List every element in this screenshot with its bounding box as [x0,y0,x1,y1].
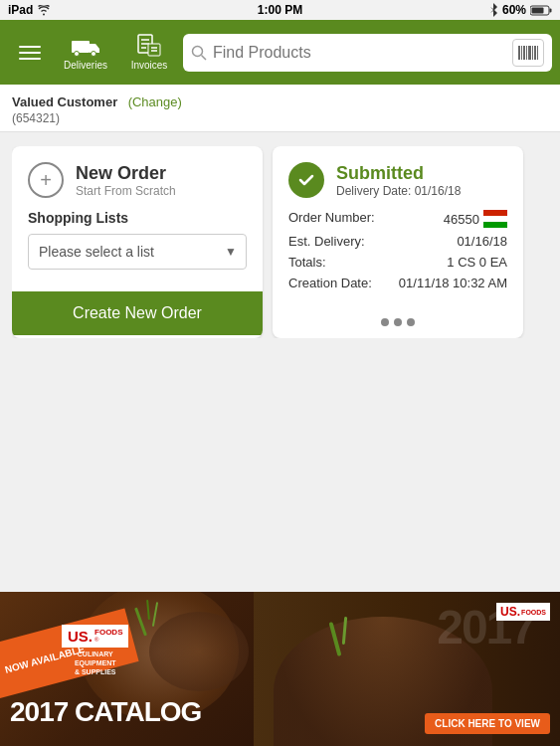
new-order-header: + New Order Start From Scratch [12,146,263,210]
menu-button[interactable] [8,31,52,75]
shopping-lists-label: Shopping Lists [28,210,247,226]
usfoods-text-col: FOODS ® [94,629,122,643]
status-right: 60% [488,3,552,17]
cards-row: + New Order Start From Scratch Shopping … [12,146,548,338]
shopping-list-select[interactable]: Please select a list [28,234,247,270]
wifi-icon [37,5,51,16]
battery-label: 60% [502,3,526,17]
invoices-icon [135,34,163,58]
est-delivery-value: 01/16/18 [398,234,507,249]
svg-rect-16 [521,46,522,60]
usfoods-logo-right: US. FOODS [496,602,550,621]
invoices-button[interactable]: Invoices [119,25,179,81]
deliveries-label: Deliveries [64,60,107,71]
svg-rect-26 [483,210,507,216]
barcode-button[interactable] [512,39,544,67]
svg-rect-1 [550,8,552,12]
dot-2 [394,318,402,326]
device-label: iPad [8,3,33,17]
order-number-label: Order Number: [288,210,398,225]
customer-name: Valued Customer [12,94,117,109]
customer-info-row: Valued Customer (Change) [12,93,548,110]
usfoods-box: US. FOODS ® [62,625,128,648]
catalog-banner[interactable]: NOW AVAILABLE US. FOODS ® CULINARYEQUIPM… [0,592,560,746]
invoices-label: Invoices [131,60,168,71]
submitted-check-icon [288,162,324,198]
svg-rect-28 [483,222,507,228]
dot-1 [381,318,389,326]
usfoods-us-right: US. [500,605,520,619]
create-order-button[interactable]: Create New Order [12,291,263,335]
shopping-lists-section: Shopping Lists Please select a list ▼ [12,210,263,283]
usfoods-foods-text: FOODS [94,629,122,637]
status-bar: iPad 1:00 PM 60% [0,0,560,20]
main-content: + New Order Start From Scratch Shopping … [0,132,560,585]
est-delivery-label: Est. Delivery: [288,234,398,249]
svg-rect-27 [483,216,507,222]
battery-icon [530,5,552,16]
svg-rect-17 [523,46,525,60]
food-texture-2 [149,612,249,691]
checkmark-icon [296,170,316,190]
order-number-value: 46550 [444,212,479,227]
status-left: iPad [8,3,51,17]
usfoods-foods-right: FOODS [521,609,546,616]
carousel-dots [273,310,523,338]
new-order-plus-button[interactable]: + [28,162,64,198]
click-here-button[interactable]: CLICK HERE to view [425,713,550,734]
hamburger-icon [19,58,41,60]
totals-label: Totals: [288,255,398,270]
search-icon [191,45,207,61]
svg-point-4 [75,52,80,57]
hamburger-icon [19,46,41,48]
customer-bar: Valued Customer (Change) (654321) [0,85,560,132]
svg-rect-22 [537,46,538,60]
creation-date-label: Creation Date: [288,276,398,290]
svg-line-14 [202,55,207,60]
usfoods-logo-left: US. FOODS ® CULINARYEQUIPMENT& SUPPLIES [62,625,128,676]
svg-rect-10 [148,44,160,56]
svg-point-13 [193,46,203,56]
order-number-row: Order Number: 46550 [288,210,507,228]
catalog-title: 2017 CATALOG [10,696,201,728]
change-button[interactable]: (Change) [128,94,182,109]
creation-date-value: 01/11/18 10:32 AM [398,276,507,290]
search-bar [183,34,552,72]
culinary-text: CULINARYEQUIPMENT& SUPPLIES [62,650,128,676]
flag-icon [483,210,507,228]
svg-rect-21 [534,46,536,60]
svg-rect-19 [528,46,531,60]
creation-date-row: Creation Date: 01/11/18 10:32 AM [288,276,507,290]
bluetooth-icon [488,3,498,17]
usfoods-us-text: US. [68,628,93,645]
search-input[interactable] [213,44,506,62]
app-header: Deliveries Invoices [0,20,560,85]
submitted-title: Submitted [336,163,461,184]
new-order-card: + New Order Start From Scratch Shopping … [12,146,263,338]
usfoods-reg-text: ® [94,637,122,643]
est-delivery-row: Est. Delivery: 01/16/18 [288,234,507,249]
usfoods-box-right: US. FOODS [496,603,550,621]
svg-rect-3 [72,41,90,53]
submitted-title-group: Submitted Delivery Date: 01/16/18 [336,163,461,198]
svg-rect-20 [532,46,533,60]
truck-icon [72,34,99,58]
hamburger-icon [19,52,41,54]
status-time: 1:00 PM [258,3,302,17]
totals-row: Totals: 1 CS 0 EA [288,255,507,270]
dot-3 [407,318,415,326]
order-number-value-row: 46550 [444,210,507,228]
svg-rect-18 [526,46,527,60]
submitted-card: Submitted Delivery Date: 01/16/18 Order … [273,146,523,338]
customer-id: (654321) [12,111,548,125]
new-order-subtitle: Start From Scratch [76,184,176,198]
svg-rect-2 [532,7,544,13]
submitted-subtitle: Delivery Date: 01/16/18 [336,184,461,198]
new-order-title: New Order [76,163,176,184]
select-wrapper: Please select a list ▼ [28,234,247,270]
svg-rect-15 [518,46,520,60]
submitted-header: Submitted Delivery Date: 01/16/18 [273,146,523,210]
new-order-title-group: New Order Start From Scratch [76,163,176,198]
deliveries-button[interactable]: Deliveries [56,25,115,81]
barcode-icon [518,46,538,60]
